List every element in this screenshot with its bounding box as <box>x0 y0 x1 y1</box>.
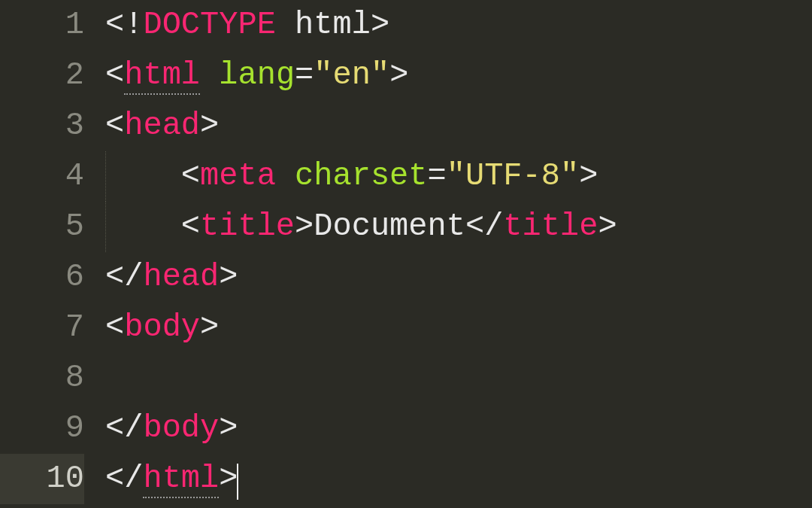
line-number-active: 10 <box>0 454 84 504</box>
angle-bracket: > <box>219 259 238 295</box>
indent-guide <box>105 151 106 202</box>
doctype-value: html <box>295 7 371 43</box>
angle-bracket: < <box>105 309 124 345</box>
angle-bracket: < <box>105 7 124 43</box>
line-number: 4 <box>0 151 84 202</box>
space <box>200 57 219 93</box>
angle-bracket: > <box>579 158 598 194</box>
line-number: 6 <box>0 252 84 303</box>
equals: = <box>428 158 447 194</box>
text-cursor <box>237 464 238 500</box>
tag-html: html <box>124 57 200 95</box>
line-number: 5 <box>0 202 84 252</box>
line-number-gutter: 1 2 3 4 5 6 7 8 9 10 <box>0 0 105 508</box>
tag-head: head <box>124 108 200 144</box>
line-number: 7 <box>0 303 84 353</box>
tag-title-close: title <box>503 208 598 245</box>
tag-title: title <box>200 208 295 245</box>
indent <box>105 158 181 194</box>
angle-bracket: < <box>181 158 200 194</box>
tag-html-close: html <box>143 461 219 498</box>
code-line[interactable]: <!DOCTYPE html> <box>105 0 812 50</box>
angle-bracket: < <box>181 208 200 245</box>
angle-bracket: > <box>371 7 389 43</box>
tag-head-close: head <box>143 259 219 295</box>
angle-bracket: > <box>598 208 617 245</box>
angle-bracket: > <box>219 461 238 497</box>
angle-bracket: > <box>200 108 219 144</box>
code-line[interactable]: </body> <box>105 403 812 454</box>
space <box>276 158 295 194</box>
code-line[interactable]: <body> <box>105 303 812 353</box>
angle-bracket-close: </ <box>465 208 503 245</box>
angle-bracket: > <box>295 208 314 245</box>
angle-bracket: > <box>200 309 219 345</box>
code-line[interactable]: <title>Document</title> <box>105 202 812 252</box>
code-line[interactable]: <html lang="en"> <box>105 50 812 101</box>
attr-charset: charset <box>295 158 427 194</box>
line-number: 1 <box>0 0 84 50</box>
code-line[interactable]: <meta charset="UTF-8"> <box>105 151 812 202</box>
angle-bracket: < <box>105 57 124 93</box>
equals: = <box>295 57 314 93</box>
tag-meta: meta <box>200 158 276 194</box>
code-area[interactable]: <!DOCTYPE html> <html lang="en"> <head> … <box>105 0 812 508</box>
bang: ! <box>124 7 143 43</box>
space <box>276 7 295 43</box>
angle-bracket-close: </ <box>105 259 143 295</box>
line-number: 8 <box>0 353 84 403</box>
indent <box>105 208 181 245</box>
angle-bracket-close: </ <box>105 461 143 497</box>
tag-body-close: body <box>143 410 219 446</box>
code-editor[interactable]: 1 2 3 4 5 6 7 8 9 10 <!DOCTYPE html> <ht… <box>0 0 812 508</box>
code-line-active[interactable]: </html> <box>105 454 812 504</box>
string-utf8: "UTF-8" <box>447 158 579 194</box>
indent-guide <box>105 202 106 252</box>
angle-bracket: > <box>219 410 238 446</box>
string-en: "en" <box>314 57 389 93</box>
angle-bracket-close: </ <box>105 410 143 446</box>
angle-bracket: > <box>389 57 408 93</box>
code-line-blank[interactable] <box>105 353 812 403</box>
title-text: Document <box>314 208 465 245</box>
attr-lang: lang <box>219 57 295 93</box>
angle-bracket: < <box>105 108 124 144</box>
line-number: 2 <box>0 50 84 101</box>
line-number: 9 <box>0 403 84 454</box>
code-line[interactable]: </head> <box>105 252 812 303</box>
tag-body: body <box>124 309 200 345</box>
line-number: 3 <box>0 101 84 151</box>
doctype-keyword: DOCTYPE <box>143 7 275 43</box>
code-line[interactable]: <head> <box>105 101 812 151</box>
